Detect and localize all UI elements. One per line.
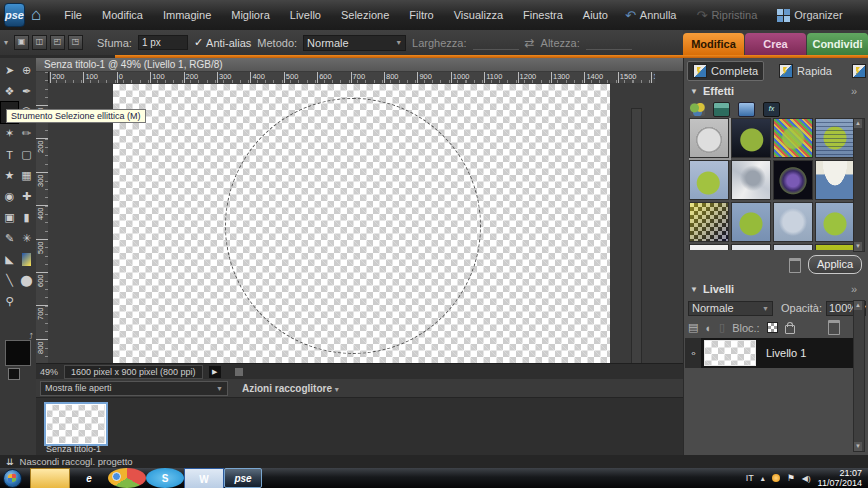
eyedropper-tool[interactable]: ✒ (18, 81, 35, 102)
tab-crea[interactable]: Crea (745, 33, 806, 55)
fx-apple-light3[interactable] (773, 244, 813, 250)
mode-completa[interactable]: Completa (687, 61, 764, 81)
panel-menu-icon[interactable]: » (851, 85, 857, 97)
panel-menu-icon[interactable]: » (851, 283, 857, 295)
undo-button[interactable]: ↶ Annulla (617, 5, 685, 26)
antialias-checkbox[interactable]: ✓ Anti-alias (194, 36, 251, 49)
fx-apple-plain[interactable] (731, 202, 771, 242)
new-selection-button[interactable]: ▣ (14, 35, 29, 50)
taskbar-word[interactable]: W (184, 468, 224, 488)
paint-bucket-tool[interactable]: ◣ (1, 249, 18, 270)
menu-item[interactable]: Visualizza (445, 5, 512, 25)
organizer-button[interactable]: Organizer (769, 6, 850, 25)
filters-category-icon[interactable] (690, 103, 705, 116)
status-menu-button[interactable]: ▶ (209, 366, 221, 378)
shape-tool[interactable]: ╲ (1, 270, 18, 291)
taskbar-ie[interactable]: e (70, 468, 108, 488)
menu-item[interactable]: Modifica (93, 5, 152, 25)
taskbar-pse[interactable]: pse (224, 468, 262, 488)
eraser-tool[interactable]: ▮ (18, 207, 35, 228)
brush-tool[interactable]: ✎ (1, 228, 18, 249)
bin-actions-menu[interactable]: Azioni raccoglitore ▾ (242, 383, 339, 394)
healing-brush-tool[interactable]: ✚ (18, 186, 35, 207)
fx-apple-cutout[interactable] (815, 160, 855, 200)
tab-condividi[interactable]: Condividi (807, 33, 868, 55)
collapse-icon[interactable]: ▼ (690, 87, 698, 96)
mode-rapida[interactable]: Rapida (774, 62, 837, 80)
zoom-percent[interactable]: 49% (40, 367, 58, 377)
collapse-icon[interactable]: ▼ (690, 285, 698, 294)
height-input[interactable] (586, 36, 632, 50)
fx-apple-glow[interactable] (773, 160, 813, 200)
canvas[interactable] (113, 84, 610, 364)
menu-item[interactable]: Filtro (400, 5, 442, 25)
adjustment-layer-icon[interactable]: ◐ (705, 322, 712, 334)
blur-tool[interactable]: ⬤ (18, 270, 35, 291)
photo-effects-category-icon[interactable] (738, 102, 755, 117)
layers-scrollbar[interactable]: ▲ ▼ (853, 300, 865, 452)
all-effects-category-icon[interactable]: fx (763, 102, 780, 117)
apply-button[interactable]: Applica (808, 255, 862, 274)
fx-apple-halftone[interactable] (689, 202, 729, 242)
menu-item[interactable]: Livello (281, 5, 330, 25)
lock-icon[interactable] (785, 325, 795, 334)
resize-grip[interactable] (235, 368, 243, 376)
menu-item[interactable]: Immagine (154, 5, 220, 25)
scroll-up-icon[interactable]: ▲ (854, 119, 862, 128)
width-input[interactable] (473, 36, 519, 50)
fx-apple-light[interactable] (689, 244, 729, 250)
foreground-color-swatch[interactable] (5, 340, 31, 366)
hidden-icons-chevron[interactable]: ▴ (761, 474, 765, 483)
menu-item[interactable]: Selezione (332, 5, 398, 25)
taskbar-clock[interactable]: 21:07 11/07/2014 (818, 468, 862, 488)
cookie-cutter-tool[interactable]: ★ (1, 165, 18, 186)
layer-row[interactable]: ‹› Livello 1 (685, 338, 858, 368)
fx-apple-light2[interactable] (731, 244, 771, 250)
zoom-tool[interactable]: ⊕ (18, 60, 35, 81)
hand-tool[interactable]: ❖ (1, 81, 18, 102)
fx-apple-dark[interactable] (731, 118, 771, 158)
sponge-tool[interactable]: ⚲ (1, 291, 18, 312)
mode-select[interactable]: Normale ▼ (303, 35, 406, 51)
tool-dropdown-icon[interactable]: ▾ (4, 38, 8, 47)
redo-button[interactable]: ↷ Ripristina (689, 5, 766, 26)
subtract-selection-button[interactable]: ◰ (50, 35, 65, 50)
start-button[interactable] (3, 469, 22, 488)
feather-input[interactable]: 1 px (138, 35, 188, 50)
scroll-down-icon[interactable]: ▼ (854, 442, 862, 451)
blend-mode-select[interactable]: Normale ▼ (688, 301, 773, 316)
menu-item[interactable]: Finestra (514, 5, 572, 25)
layer-name[interactable]: Livello 1 (766, 347, 806, 359)
background-color-swatch[interactable] (8, 368, 20, 380)
new-layer-icon[interactable]: ▤ (688, 321, 698, 334)
tab-modifica[interactable]: Modifica (683, 33, 744, 55)
move-tool[interactable]: ➤ (1, 60, 18, 81)
tray-app-icon[interactable] (772, 474, 780, 482)
taskbar-skype[interactable]: S (146, 468, 184, 488)
taskbar-chrome[interactable] (108, 468, 146, 488)
mode-guidata[interactable]: Guidata (847, 62, 868, 80)
show-open-files-select[interactable]: Mostra file aperti ▼ (40, 381, 228, 396)
layer-visibility-icon[interactable]: ‹› (685, 338, 701, 368)
minimize-button[interactable]: – (865, 8, 868, 22)
fx-apple-stripe[interactable] (815, 244, 855, 250)
scroll-down-icon[interactable]: ▼ (854, 242, 862, 251)
swap-dimensions-icon[interactable]: ⇄ (525, 36, 535, 50)
selection-brush-tool[interactable]: ✏ (18, 123, 35, 144)
fx-apple-grayscale[interactable] (689, 118, 729, 158)
crop-tool[interactable]: ▢ (18, 144, 35, 165)
menu-item[interactable]: File (55, 5, 91, 25)
menu-item[interactable]: Migliora (222, 5, 279, 25)
delete-layer-icon[interactable] (828, 320, 840, 335)
magic-wand-tool[interactable]: ✶ (1, 123, 18, 144)
smart-brush-tool[interactable]: ✳ (18, 228, 35, 249)
bin-thumbnail[interactable] (44, 402, 108, 446)
lock-transparency-icon[interactable] (767, 322, 778, 333)
add-selection-button[interactable]: ◫ (32, 35, 47, 50)
action-center-flag-icon[interactable]: ⚑ (787, 473, 795, 483)
clone-stamp-tool[interactable]: ▣ (1, 207, 18, 228)
layers-panel-header[interactable]: ▼ Livelli » (690, 283, 863, 295)
scroll-up-icon[interactable]: ▲ (854, 301, 862, 310)
language-indicator[interactable]: IT (746, 473, 754, 483)
layer-thumbnail[interactable] (704, 340, 756, 366)
